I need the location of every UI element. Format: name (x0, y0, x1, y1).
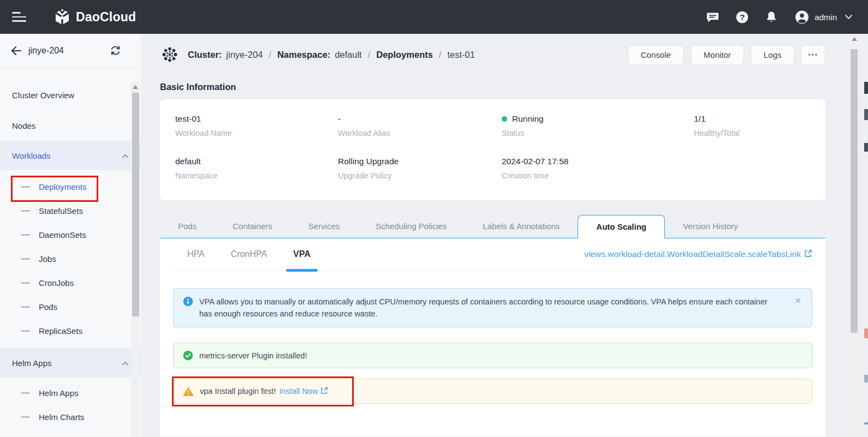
edge-artifact (864, 375, 868, 382)
scrollbar-thumb[interactable] (132, 93, 139, 316)
chevron-down-icon[interactable] (845, 12, 853, 22)
sidebar-item-helm-charts[interactable]: Helm Charts (0, 405, 141, 429)
breadcrumb: Cluster: jinye-204 / Namespace: default … (188, 50, 475, 60)
scroll-up-arrow[interactable] (133, 85, 138, 89)
top-bar: DaoCloud ? adm (0, 0, 868, 34)
main-content: Cluster: jinye-204 / Namespace: default … (141, 34, 849, 437)
sidebar-item-pods[interactable]: Pods (0, 295, 141, 319)
metrics-server-text: metrics-server Plugin installed! (199, 351, 307, 360)
svg-text:?: ? (740, 12, 745, 21)
auto-scaling-panel: HPA CronHPA VPA views.workload-detail.Wo… (160, 238, 825, 436)
sidebar-item-cronjobs[interactable]: CronJobs (0, 271, 141, 295)
field-status: Running Status (502, 114, 694, 157)
chevron-up-icon (122, 358, 129, 368)
sidebar-item-helm-apps[interactable]: Helm Apps (0, 381, 141, 405)
breadcrumb-cluster-label: Cluster: (188, 50, 222, 60)
breadcrumb-cluster-value[interactable]: jinye-204 (226, 50, 263, 60)
dash-icon (21, 282, 30, 284)
help-icon[interactable]: ? (735, 10, 749, 24)
edge-artifact (864, 82, 868, 94)
install-now-link[interactable]: Install Now (279, 387, 328, 396)
back-arrow-icon[interactable] (11, 46, 22, 56)
tab-labels-annotations[interactable]: Labels & Annotations (465, 215, 578, 238)
tab-pods[interactable]: Pods (160, 215, 215, 238)
dash-icon (21, 186, 30, 188)
daocloud-logo-icon (53, 8, 71, 26)
dash-icon (21, 234, 30, 236)
field-workload-alias: - Workload Alias (338, 114, 502, 157)
edge-artifact (864, 328, 868, 338)
sidebar-item-nodes[interactable]: Nodes (0, 110, 141, 141)
sidebar-scrollbar[interactable] (131, 82, 140, 437)
sidebar-section-workloads[interactable]: Workloads (0, 141, 141, 170)
tab-version-history[interactable]: Version History (665, 215, 756, 238)
breadcrumb-namespace-label: Namespace: (277, 50, 330, 60)
breadcrumb-workload-name: test-01 (447, 50, 474, 60)
warning-icon (183, 386, 194, 396)
sidebar-item-jobs[interactable]: Jobs (0, 247, 141, 271)
bell-icon[interactable] (764, 10, 778, 24)
tab-auto-scaling[interactable]: Auto Scaling (578, 215, 665, 238)
vpa-info-alert: VPA allows you to manually or automatica… (173, 288, 812, 327)
user-name: admin (815, 13, 837, 22)
field-namespace: default Namespace (175, 157, 338, 199)
metrics-server-alert: metrics-server Plugin installed! (173, 343, 812, 368)
screen-edge-strip (859, 34, 868, 437)
scrollbar-thumb[interactable] (851, 49, 858, 333)
sidebar-item-statefulsets[interactable]: StatefulSets (0, 199, 141, 223)
vpa-info-text: VPA allows you to manually or automatica… (199, 296, 779, 320)
dash-icon (21, 330, 30, 332)
breadcrumb-namespace-value[interactable]: default (335, 50, 362, 60)
brand-logo[interactable]: DaoCloud (53, 8, 136, 26)
logs-button[interactable]: Logs (751, 45, 795, 65)
edge-artifact (864, 422, 868, 424)
scale-tabs-link[interactable]: views.workload-detail.WorkloadDetailScal… (584, 249, 812, 260)
toolbar: Console Monitor Logs ••• (621, 45, 825, 65)
sidebar-section-helm-apps[interactable]: Helm Apps (0, 348, 141, 378)
status-dot (502, 116, 507, 122)
tab-containers[interactable]: Containers (215, 215, 290, 238)
sidebar-item-deployments[interactable]: Deployments (0, 175, 141, 199)
more-actions-button[interactable]: ••• (801, 45, 825, 65)
dash-icon (21, 210, 30, 212)
monitor-button[interactable]: Monitor (691, 45, 744, 65)
switch-cluster-icon[interactable] (110, 45, 121, 56)
subtab-hpa[interactable]: HPA (187, 238, 205, 270)
subtab-cronhpa[interactable]: CronHPA (231, 238, 267, 270)
scaling-subtabs: HPA CronHPA VPA views.workload-detail.Wo… (173, 238, 812, 271)
dash-icon (21, 258, 30, 260)
dash-icon (21, 416, 30, 418)
edge-artifact (864, 143, 868, 152)
tab-services[interactable]: Services (290, 215, 358, 238)
vpa-install-text: vpa Install plugin first! (200, 387, 276, 396)
page-scrollbar[interactable] (849, 34, 859, 437)
field-creation-time: 2024-02-07 17:58 Creation time (502, 157, 694, 199)
detail-tabs: Pods Containers Services Scheduling Poli… (160, 215, 825, 238)
sidebar-nav: Cluster Overview Nodes Workloads Deploym… (0, 68, 141, 429)
vpa-install-alert: vpa Install plugin first! Install Now (173, 379, 812, 404)
sidebar-item-cluster-overview[interactable]: Cluster Overview (0, 80, 141, 110)
field-healthy-total: 1/1 Healthy/Total (694, 114, 825, 157)
breadcrumb-row: Cluster: jinye-204 / Namespace: default … (160, 44, 825, 65)
subtab-vpa[interactable]: VPA (293, 238, 311, 270)
dash-icon (21, 392, 30, 394)
info-icon (183, 296, 193, 307)
sidebar-item-daemonsets[interactable]: DaemonSets (0, 223, 141, 247)
sidebar-item-replicasets[interactable]: ReplicaSets (0, 319, 141, 343)
avatar[interactable] (795, 10, 809, 24)
external-link-icon (320, 387, 328, 396)
external-link-icon (804, 249, 812, 260)
sidebar-cluster-name: jinye-204 (28, 46, 64, 56)
tab-scheduling-policies[interactable]: Scheduling Policies (358, 215, 465, 238)
chat-icon[interactable] (705, 10, 720, 24)
close-icon[interactable]: × (795, 295, 801, 307)
sidebar: jinye-204 Cluster Overview Nodes Workloa… (0, 34, 141, 437)
menu-toggle-icon[interactable] (12, 12, 26, 22)
field-workload-name: test-01 Workload Name (175, 114, 338, 157)
basic-information-title: Basic Information (160, 82, 825, 92)
success-check-icon (183, 350, 193, 361)
console-button[interactable]: Console (628, 45, 684, 65)
breadcrumb-deployments[interactable]: Deployments (376, 50, 433, 60)
scroll-up-arrow[interactable] (852, 37, 857, 41)
brand-name: DaoCloud (76, 10, 136, 25)
